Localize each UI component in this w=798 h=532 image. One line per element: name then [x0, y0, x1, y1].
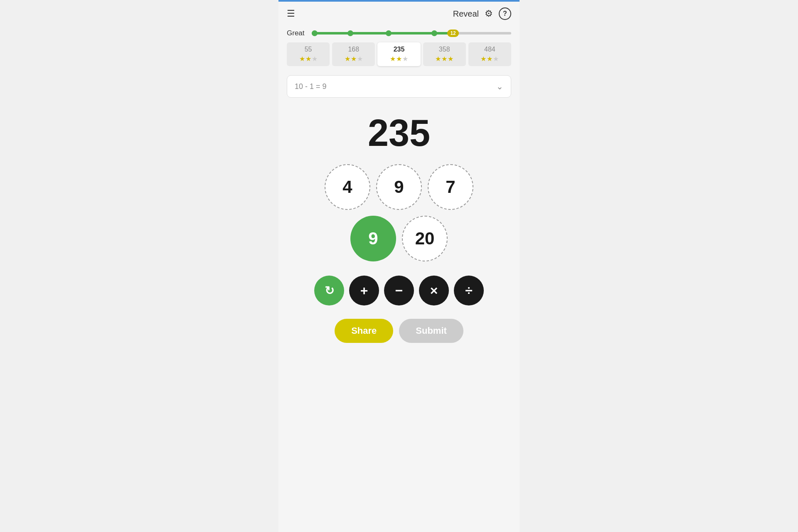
score-cards: 55 ★ ★ ★ 168 ★ ★ ★ 235 ★ — [287, 42, 511, 66]
header-right: Reveal ⚙ ? — [453, 7, 511, 20]
score-card-1[interactable]: 168 ★ ★ ★ — [332, 42, 375, 66]
dot-1 — [347, 30, 353, 36]
share-button[interactable]: Share — [335, 319, 393, 343]
stars-4: ★ ★ ★ — [480, 55, 499, 63]
score-card-number-0: 55 — [305, 46, 312, 53]
progress-row: Great 12 — [287, 29, 511, 37]
undo-button[interactable]: ↻ — [314, 276, 344, 305]
star-icon: ★ — [312, 55, 318, 63]
number-cell-7[interactable]: 7 — [428, 164, 473, 210]
progress-track-wrapper: 12 — [312, 30, 511, 36]
score-card-number-4: 484 — [484, 46, 495, 53]
app-container: ☰ Reveal ⚙ ? Great 12 55 — [278, 0, 520, 532]
number-cell-9-selected[interactable]: 9 — [350, 216, 396, 261]
equation-section: 10 - 1 = 9 ⌄ — [278, 75, 520, 98]
star-icon: ★ — [396, 55, 402, 63]
star-icon: ★ — [390, 55, 396, 63]
stars-2: ★ ★ ★ — [390, 55, 408, 63]
star-icon: ★ — [357, 55, 363, 63]
stars-0: ★ ★ ★ — [299, 55, 318, 63]
add-button[interactable]: + — [349, 276, 379, 305]
star-icon: ★ — [441, 55, 447, 63]
star-icon: ★ — [402, 55, 408, 63]
score-card-number-2: 235 — [394, 46, 405, 53]
number-cell-4[interactable]: 4 — [325, 164, 370, 210]
star-icon: ★ — [351, 55, 357, 63]
stars-1: ★ ★ ★ — [345, 55, 363, 63]
score-card-number-1: 168 — [348, 46, 359, 53]
equation-dropdown[interactable]: 10 - 1 = 9 ⌄ — [287, 75, 511, 98]
dot-3 — [431, 30, 437, 36]
star-icon: ★ — [345, 55, 350, 63]
operation-row: ↻ + − × ÷ — [278, 266, 520, 312]
score-card-0[interactable]: 55 ★ ★ ★ — [287, 42, 330, 66]
subtract-button[interactable]: − — [384, 276, 414, 305]
divide-button[interactable]: ÷ — [454, 276, 484, 305]
main-number: 235 — [368, 114, 430, 152]
number-row-0: 4 9 7 — [325, 164, 473, 210]
progress-label: Great — [287, 29, 307, 37]
star-icon: ★ — [480, 55, 486, 63]
star-icon: ★ — [487, 55, 493, 63]
header: ☰ Reveal ⚙ ? — [278, 2, 520, 26]
gear-icon[interactable]: ⚙ — [485, 8, 493, 19]
star-icon: ★ — [448, 55, 453, 63]
multiply-button[interactable]: × — [419, 276, 449, 305]
reveal-label[interactable]: Reveal — [453, 9, 479, 19]
score-card-2[interactable]: 235 ★ ★ ★ — [377, 42, 420, 66]
progress-section: Great 12 55 ★ ★ ★ — [278, 26, 520, 71]
number-cell-9a[interactable]: 9 — [376, 164, 422, 210]
score-card-3[interactable]: 358 ★ ★ ★ — [423, 42, 466, 66]
hamburger-icon[interactable]: ☰ — [287, 9, 295, 18]
dot-2 — [386, 30, 392, 36]
star-icon: ★ — [305, 55, 311, 63]
score-card-4[interactable]: 484 ★ ★ ★ — [468, 42, 511, 66]
star-icon: ★ — [299, 55, 305, 63]
score-card-number-3: 358 — [439, 46, 450, 53]
number-grid: 4 9 7 9 20 — [278, 160, 520, 266]
main-number-section: 235 — [278, 98, 520, 160]
action-row: Share Submit — [278, 312, 520, 360]
star-icon: ★ — [493, 55, 499, 63]
number-row-1: 9 20 — [350, 216, 448, 261]
dot-0 — [312, 30, 318, 36]
submit-button[interactable]: Submit — [399, 319, 463, 343]
number-cell-20[interactable]: 20 — [402, 216, 448, 261]
chevron-down-icon: ⌄ — [496, 81, 503, 91]
star-icon: ★ — [435, 55, 441, 63]
help-icon[interactable]: ? — [499, 7, 511, 20]
equation-text: 10 - 1 = 9 — [295, 82, 327, 91]
star-badge: 12 — [447, 30, 458, 37]
stars-3: ★ ★ ★ — [435, 55, 453, 63]
